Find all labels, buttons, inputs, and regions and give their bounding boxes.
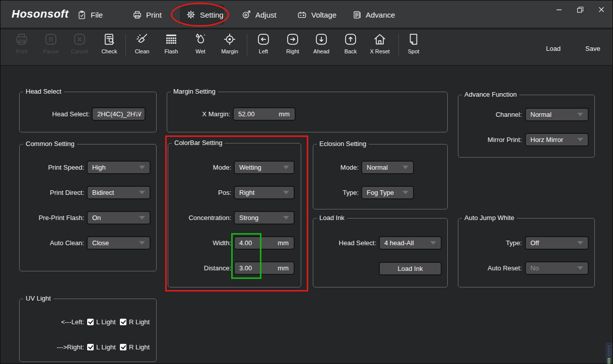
colorbar-width-value: 4.00 <box>239 237 252 249</box>
colorbar-mode-value: Wetting <box>239 162 261 173</box>
menu-print-label: Print <box>146 11 162 19</box>
channel-dropdown[interactable]: Normal <box>525 108 589 121</box>
print-direct-dropdown[interactable]: Bidirect <box>87 186 151 199</box>
mirror-print-value: Horz Mirror <box>530 134 563 145</box>
load-ink-head-label: Head Select: <box>313 236 376 250</box>
toolbar-spot-button[interactable]: Spot <box>396 32 431 54</box>
x-margin-input[interactable]: 52.00 mm <box>233 107 296 121</box>
check-document-icon <box>92 32 127 47</box>
x-margin-label: X Margin: <box>167 107 230 121</box>
uv-left-label: <---Left: <box>20 315 84 329</box>
colorbar-concentration-label: Concentration: <box>168 211 231 225</box>
eclosion-type-row: Type: Fog Type <box>313 186 447 199</box>
uv-right-rlight-label: R Light <box>129 340 150 354</box>
colorbar-width-unit: mm <box>278 237 289 249</box>
chevron-down-icon <box>139 166 145 169</box>
menu-setting[interactable]: Setting <box>186 1 224 29</box>
uv-right-llight-checkbox[interactable] <box>87 344 94 350</box>
load-button[interactable]: Load <box>546 45 561 52</box>
title-bar: Hosonsoft File Print Setting Adjust <box>1 1 612 29</box>
save-button[interactable]: Save <box>585 45 600 52</box>
ajw-reset-value: No <box>530 262 539 274</box>
app-window: Hosonsoft File Print Setting Adjust <box>0 0 613 364</box>
colorbar-distance-value: 3.00 <box>239 262 252 274</box>
menu-advance-label: Advance <box>366 11 395 19</box>
uv-left-llight-checkbox[interactable] <box>87 319 94 325</box>
chevron-down-icon <box>402 191 408 194</box>
x-margin-row: X Margin: 52.00 mm <box>167 107 447 121</box>
head-select-label: Head Select: <box>20 107 90 121</box>
menu-adjust[interactable]: Adjust <box>241 1 277 29</box>
uv-left-rlight-checkbox[interactable] <box>120 319 126 325</box>
ajw-reset-dropdown[interactable]: No <box>525 261 589 275</box>
print-direct-value: Bidirect <box>92 187 114 198</box>
document-icon <box>352 10 362 20</box>
preprint-flash-dropdown[interactable]: On <box>87 211 151 225</box>
colorbar-distance-input[interactable]: 3.00 mm <box>234 261 295 275</box>
chevron-down-icon <box>139 241 145 245</box>
brand-logo: Hosonsoft <box>12 8 69 21</box>
toolbar-margin-button[interactable]: Margin <box>212 32 247 54</box>
chevron-down-icon <box>134 112 140 116</box>
menu-setting-label: Setting <box>200 11 224 19</box>
panel-title: Auto Jump White <box>462 214 517 222</box>
menu-print[interactable]: Print <box>132 1 162 29</box>
load-ink-head-value: 4 head-All <box>384 237 414 249</box>
auto-clean-dropdown[interactable]: Close <box>87 236 151 250</box>
mirror-print-dropdown[interactable]: Horz Mirror <box>525 133 589 147</box>
menu-voltage[interactable]: Voltage <box>297 1 336 29</box>
scrollbar[interactable] <box>606 343 612 364</box>
toolbar-xreset-label: X Reset <box>362 48 397 54</box>
auto-jump-white-panel: Auto Jump White Type: Off Auto Reset: No <box>458 218 595 287</box>
ajw-reset-row: Auto Reset: No <box>458 261 594 275</box>
print-speed-row: Print Speed: High <box>20 161 156 174</box>
head-select-row: Head Select: 2HC(4C)_2HW <box>20 107 156 121</box>
maximize-button[interactable] <box>575 6 586 16</box>
colorbar-width-input[interactable]: 4.00 mm <box>234 236 295 250</box>
panel-title: Advance Function <box>462 91 519 98</box>
close-button[interactable] <box>596 6 607 16</box>
toolbar-xreset-button[interactable]: X Reset <box>362 32 397 54</box>
toolbar-margin-label: Margin <box>212 48 247 54</box>
panel-title: Load Ink <box>317 214 347 222</box>
menu-file[interactable]: File <box>77 1 103 29</box>
eclosion-mode-value: Normal <box>367 162 388 173</box>
colorbar-concentration-dropdown[interactable]: Strong <box>234 211 295 225</box>
print-direct-row: Print Direct: Bidirect <box>20 186 156 199</box>
load-ink-head-row: Head Select: 4 head-All <box>313 236 447 250</box>
ajw-type-dropdown[interactable]: Off <box>525 236 589 250</box>
chevron-down-icon <box>402 166 408 169</box>
menu-advance[interactable]: Advance <box>352 1 395 29</box>
minimize-button[interactable] <box>554 6 565 16</box>
colorbar-mode-dropdown[interactable]: Wetting <box>234 161 295 174</box>
eclosion-type-dropdown[interactable]: Fog Type <box>361 186 414 199</box>
colorbar-pos-dropdown[interactable]: Right <box>234 186 295 199</box>
colorbar-distance-row: Distance: 3.00 mm <box>168 261 301 275</box>
eclosion-type-value: Fog Type <box>367 187 394 198</box>
eclosion-setting-panel: Eclosion Setting Mode: Normal Type: Fog … <box>313 144 448 209</box>
load-ink-button[interactable]: Load Ink <box>379 262 442 275</box>
auto-clean-label: Auto Clean: <box>20 236 84 250</box>
toolbar-check-button[interactable]: Check <box>92 32 127 54</box>
printer-icon <box>132 10 142 20</box>
load-ink-panel: Load Ink Head Select: 4 head-All Load In… <box>313 218 448 287</box>
colorbar-mode-row: Mode: Wetting <box>168 161 301 174</box>
toolbar-check-label: Check <box>92 48 127 54</box>
colorbar-concentration-row: Concentration: Strong <box>168 211 301 225</box>
eclosion-mode-dropdown[interactable]: Normal <box>361 161 414 174</box>
print-speed-dropdown[interactable]: High <box>87 161 151 174</box>
colorbar-width-row: Width: 4.00 mm <box>168 236 301 250</box>
head-select-dropdown[interactable]: 2HC(4C)_2HW <box>92 107 146 121</box>
colorbar-pos-label: Pos: <box>168 186 231 199</box>
chevron-down-icon <box>283 166 289 169</box>
panel-title: UV Light <box>23 295 53 302</box>
colorbar-concentration-value: Strong <box>239 212 258 224</box>
minimize-icon <box>556 6 563 15</box>
panel-title: Common Setting <box>23 140 77 148</box>
chevron-down-icon <box>139 191 145 194</box>
uv-right-rlight-checkbox[interactable] <box>120 344 126 350</box>
target-icon <box>241 10 251 20</box>
load-ink-head-dropdown[interactable]: 4 head-All <box>379 236 442 250</box>
page-fold-icon <box>396 32 431 47</box>
x-margin-value: 52.00 <box>238 108 255 120</box>
